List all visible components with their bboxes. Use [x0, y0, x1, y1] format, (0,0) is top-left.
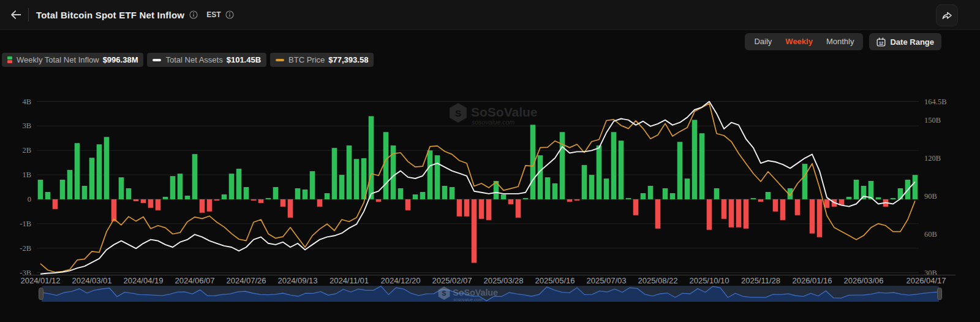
inflow-bar	[619, 140, 624, 199]
inflow-bar	[810, 199, 815, 234]
inflow-bar	[325, 193, 330, 199]
inflow-bar	[82, 186, 88, 199]
share-icon	[941, 9, 953, 21]
svg-text:sosovalue.com: sosovalue.com	[453, 297, 483, 302]
inflow-bar	[295, 188, 301, 199]
inflow-bar	[817, 199, 823, 237]
inflow-bar	[229, 174, 235, 199]
inflow-bar	[780, 199, 786, 220]
navigator-handle-left[interactable]	[39, 288, 43, 300]
inflow-bar	[891, 198, 896, 199]
inflow-bar	[214, 199, 220, 201]
inflow-bar	[597, 145, 602, 199]
inflow-bar	[722, 199, 727, 219]
left-axis-tick: 4B	[22, 98, 31, 106]
right-axis-tick: 60B	[924, 230, 937, 239]
x-axis-tick: 2025/02/07	[432, 276, 472, 285]
x-axis-tick: 2025/11/28	[741, 276, 780, 285]
inflow-bar	[185, 196, 190, 199]
inflow-bar	[913, 175, 918, 199]
back-button[interactable]	[7, 6, 24, 23]
inflow-bar	[97, 144, 102, 199]
x-axis-tick: 2025/10/10	[689, 276, 729, 285]
inflow-bar	[516, 199, 521, 218]
inflow-bar	[53, 199, 58, 209]
inflow-bar	[428, 150, 433, 199]
inflow-bar	[420, 192, 426, 199]
x-axis-tick: 2025/08/22	[638, 276, 677, 285]
x-axis-tick: 2024/09/13	[277, 276, 317, 285]
header: Total Bitcoin Spot ETF Net Inflow EST	[0, 0, 980, 30]
legend-item-net-assets[interactable]: Total Net Assets $101.45B	[147, 53, 266, 67]
legend-label: BTC Price	[288, 55, 325, 64]
inflow-bar	[38, 180, 43, 199]
inflow-bar	[744, 199, 749, 229]
inflow-bar	[134, 199, 139, 201]
x-axis-tick: 2024/01/12	[20, 276, 60, 285]
right-axis-tick: 164.5B	[924, 98, 946, 106]
inflow-bar	[538, 155, 543, 199]
inflow-bar	[758, 199, 764, 202]
inflow-bar	[45, 192, 51, 199]
x-axis-tick: 2026/01/16	[792, 276, 832, 285]
calendar-icon: 12	[876, 37, 886, 47]
granularity-switcher: Daily Weekly Monthly	[745, 33, 863, 50]
inflow-bar	[192, 154, 198, 199]
inflow-bar	[861, 186, 867, 199]
inflow-bar	[699, 133, 705, 199]
title-info-icon[interactable]	[189, 10, 198, 19]
inflow-bar	[611, 132, 617, 199]
x-axis-tick: 2024/07/26	[226, 276, 266, 285]
date-range-label: Date Range	[890, 37, 934, 47]
timezone-info-icon[interactable]	[225, 10, 234, 19]
inflow-bar	[604, 178, 609, 199]
inflow-bar	[773, 199, 778, 212]
legend-item-btc-price[interactable]: BTC Price $77,393.58	[270, 53, 374, 67]
inflow-bar	[582, 165, 587, 199]
inflow-bar	[251, 199, 257, 201]
inflow-bar	[266, 198, 271, 199]
right-axis-tick: 90B	[924, 192, 937, 201]
left-axis-tick: 2B	[22, 146, 31, 155]
date-range-button[interactable]: 12 Date Range	[869, 33, 941, 50]
inflow-bar	[273, 187, 279, 199]
legend-item-net-inflow[interactable]: Weekly Total Net Inflow $996.38M	[2, 53, 143, 67]
tab-weekly[interactable]: Weekly	[778, 33, 820, 50]
inflow-bar	[457, 199, 462, 217]
inflow-bar	[60, 180, 66, 199]
inflow-bar	[354, 159, 360, 199]
inflow-bar	[435, 155, 440, 199]
navigator-handle-right[interactable]	[938, 288, 942, 300]
timezone-label: EST	[206, 10, 221, 19]
inflow-bar	[104, 137, 110, 199]
inflow-bar	[339, 175, 345, 199]
chart-legend: Weekly Total Net Inflow $996.38M Total N…	[2, 53, 374, 67]
inflow-bar	[663, 188, 668, 199]
inflow-bar	[626, 198, 631, 199]
inflow-bar	[898, 188, 903, 199]
x-axis-tick: 2024/03/01	[72, 276, 111, 285]
inflow-bar	[200, 199, 205, 213]
white-line-swatch-icon	[153, 59, 161, 61]
legend-value: $996.38M	[103, 55, 138, 64]
share-button[interactable]	[936, 4, 958, 26]
inflow-bar	[508, 199, 514, 204]
page-title: Total Bitcoin Spot ETF Net Inflow	[36, 10, 184, 20]
inflow-bar	[236, 169, 242, 199]
inflow-bar	[281, 199, 286, 207]
inflow-bar	[685, 178, 690, 199]
x-axis-tick: 2025/03/28	[483, 276, 523, 285]
x-axis-tick: 2026/03/06	[843, 276, 883, 285]
tab-daily[interactable]: Daily	[747, 33, 778, 50]
inflow-bar	[501, 194, 507, 199]
svg-text:S: S	[442, 290, 447, 297]
inflow-bar	[67, 170, 73, 199]
svg-text:12: 12	[879, 40, 884, 45]
inflow-bar	[119, 177, 124, 199]
inflow-bar	[317, 199, 323, 207]
inflow-bar	[795, 199, 801, 215]
left-axis-tick: 1B	[22, 171, 31, 179]
inflow-bar	[472, 199, 477, 263]
tab-monthly[interactable]: Monthly	[820, 33, 861, 50]
right-axis-tick: 150B	[924, 116, 941, 125]
